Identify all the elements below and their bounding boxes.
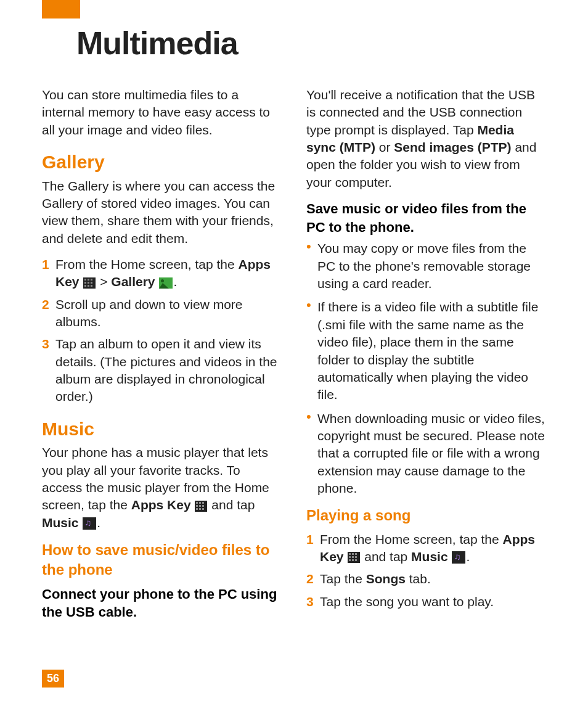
content-columns: You can store multimedia files to a inte…: [42, 86, 546, 622]
text: tab.: [406, 572, 431, 586]
svg-rect-6: [84, 285, 86, 287]
save-bullets: You may copy or move files from the PC t…: [306, 240, 546, 497]
manual-page: Multimedia You can store multimedia file…: [0, 0, 588, 706]
svg-rect-19: [352, 553, 354, 555]
gallery-steps: 1 From the Home screen, tap the Apps Key…: [42, 256, 282, 406]
svg-rect-5: [91, 282, 92, 284]
text: Connect your phone to the PC using the U…: [42, 586, 277, 620]
text: and tap: [361, 549, 411, 564]
text: .: [97, 515, 100, 530]
svg-rect-22: [352, 556, 354, 558]
intro-paragraph: You can store multimedia files to a inte…: [42, 86, 282, 139]
text: Tap the: [320, 572, 366, 586]
svg-rect-3: [84, 282, 86, 284]
svg-rect-9: [196, 502, 198, 504]
step-number: 2: [42, 296, 49, 313]
step-number: 3: [306, 593, 314, 610]
svg-rect-21: [349, 556, 351, 558]
svg-rect-23: [355, 556, 357, 558]
page-title: Multimedia: [76, 25, 546, 62]
list-item: If there is a video file with a subtitle…: [306, 298, 546, 403]
usb-note: You'll receive a notification that the U…: [306, 86, 546, 191]
svg-rect-11: [202, 502, 204, 504]
gallery-heading: Gallery: [42, 150, 282, 175]
music-label: Music: [411, 549, 448, 564]
step-text: Tap the song you want to play.: [320, 594, 494, 609]
gallery-intro: The Gallery is where you can access the …: [42, 178, 282, 247]
svg-rect-17: [202, 508, 204, 510]
svg-rect-0: [84, 279, 86, 281]
save-to-phone-heading: How to save music/video files to the pho…: [42, 540, 282, 580]
list-item: When downloading music or video files, c…: [306, 410, 546, 498]
gallery-icon: [159, 277, 173, 289]
playing-song-heading: Playing a song: [306, 506, 546, 525]
list-item: 1 From the Home screen, tap the Apps Key…: [42, 256, 282, 291]
svg-rect-18: [349, 553, 351, 555]
step-number: 1: [306, 531, 314, 548]
list-item: 3Tap an album to open it and view its de…: [42, 335, 282, 405]
send-images-label: Send images (PTP): [394, 140, 511, 154]
gt-separator: >: [96, 274, 111, 289]
svg-rect-1: [88, 279, 89, 281]
step-end: .: [173, 274, 177, 289]
svg-rect-4: [88, 282, 89, 284]
text: Save music or video files from the PC to…: [306, 201, 526, 235]
accent-bar: [42, 0, 80, 18]
svg-rect-15: [196, 508, 198, 510]
svg-rect-14: [202, 505, 204, 507]
step-number: 3: [42, 335, 49, 353]
apps-icon: [348, 552, 360, 563]
step-number: 2: [306, 570, 314, 588]
svg-rect-8: [91, 285, 92, 287]
songs-label: Songs: [366, 572, 406, 586]
music-label: Music: [42, 515, 79, 530]
music-icon: [83, 517, 96, 530]
text: .: [410, 220, 414, 235]
apps-icon: [83, 277, 96, 289]
list-item: 1 From the Home screen, tap the Apps Key…: [306, 531, 546, 566]
svg-rect-13: [199, 505, 201, 507]
list-item: 2Scroll up and down to view more albums.: [42, 296, 282, 331]
text: .: [133, 604, 137, 620]
svg-rect-24: [349, 559, 351, 561]
step-text: Tap an album to open it and view its det…: [55, 337, 277, 403]
save-from-pc-subheading: Save music or video files from the PC to…: [306, 200, 546, 236]
text: and tap: [208, 498, 255, 512]
text: .: [466, 549, 470, 564]
svg-rect-7: [88, 285, 89, 287]
svg-rect-20: [355, 553, 357, 555]
list-item: 3Tap the song you want to play.: [306, 593, 546, 610]
gallery-label: Gallery: [111, 274, 155, 289]
svg-rect-26: [355, 559, 357, 561]
text: From the Home screen, tap the: [320, 532, 502, 546]
list-item: You may copy or move files from the PC t…: [306, 240, 546, 292]
music-heading: Music: [42, 417, 282, 442]
music-intro: Your phone has a music player that lets …: [42, 444, 282, 532]
svg-rect-16: [199, 508, 201, 510]
apps-key-label: Apps Key: [131, 498, 191, 512]
step-text: From the Home screen, tap the: [55, 257, 238, 271]
svg-rect-2: [91, 279, 92, 281]
text: or: [375, 140, 394, 154]
svg-rect-25: [352, 559, 354, 561]
music-icon: [452, 551, 465, 564]
svg-rect-10: [199, 502, 201, 504]
connect-subheading: Connect your phone to the PC using the U…: [42, 585, 282, 622]
step-text: Scroll up and down to view more albums.: [55, 297, 243, 329]
svg-rect-12: [196, 505, 198, 507]
list-item: 2 Tap the Songs tab.: [306, 570, 546, 588]
apps-icon: [195, 501, 207, 512]
step-number: 1: [42, 256, 49, 273]
page-number: 56: [42, 670, 64, 688]
playing-steps: 1 From the Home screen, tap the Apps Key…: [306, 531, 546, 610]
